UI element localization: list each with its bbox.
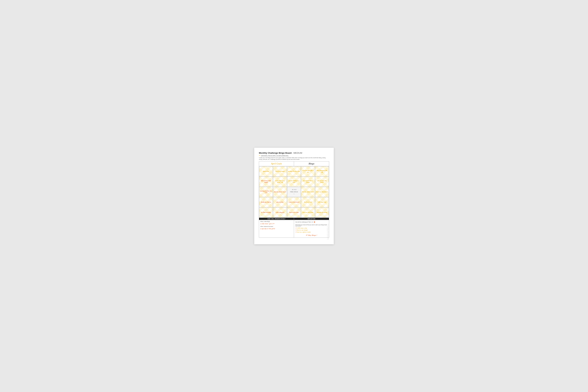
when-blackout-text: a spa day w/ the girls! bbox=[260, 228, 292, 230]
cell-10: only eat out 4x this month bbox=[315, 176, 329, 187]
instructions-text: Instructions: Print at 100%. Cut along d… bbox=[261, 155, 288, 156]
reflection-list: ✶ 5,000 steps a day ✶ Stick to my budget… bbox=[295, 227, 328, 233]
board-grid: digital detox Stick to my budget meditat… bbox=[259, 166, 329, 218]
cell-14: limit my caffeine intake bbox=[301, 187, 315, 197]
cell-11: morning stretches 4x a week bbox=[259, 187, 273, 197]
watermark: © PASSION PLANNER LLC WWW.PASSIONPLANNER… bbox=[327, 224, 329, 240]
cell-16: finally get a haircut bbox=[259, 197, 273, 207]
difficulty-text: MEDIUM bbox=[294, 152, 302, 154]
cell-1: digital detox bbox=[259, 166, 273, 176]
star-icon-3: ✶ bbox=[295, 231, 296, 233]
bingo-board: April Goals Bingo digital detox Stick to… bbox=[259, 161, 329, 218]
reward-header: HOW I WILL REWARD MYSELF bbox=[259, 218, 294, 220]
header-bingo: Bingo bbox=[294, 162, 329, 166]
cell-4: no screen time after 9 pm bbox=[301, 166, 315, 176]
cell-free: ★ ★ ★ FREE SPACE ☺ bbox=[287, 187, 301, 197]
cell-8: practice knitting 3x a week bbox=[287, 176, 301, 187]
cell-24: track my water intake bbox=[301, 207, 315, 218]
may-bingo-text: ↩ May Bingo ! bbox=[295, 234, 328, 236]
reflection-body: How did this challenge go? Rate 1-10: 8 … bbox=[294, 220, 329, 238]
cell-5: plan a hangout at the cafe bbox=[315, 166, 329, 176]
reflection-section: REFLECTION How did this challenge go? Ra… bbox=[294, 218, 329, 238]
cell-25: automate my savings bbox=[315, 207, 329, 218]
reflection-item-2: ✶ Stick to my budget bbox=[295, 229, 328, 231]
star-icon-1: ✶ bbox=[295, 228, 296, 229]
cell-12: plan my summer vacay! bbox=[273, 187, 287, 197]
when-blackout-label: When I blackout the board: bbox=[260, 226, 292, 227]
subtitle-text: Create your own Bingo board for your goa… bbox=[259, 157, 329, 160]
when-bingo-label: When I make Bingo: bbox=[260, 221, 292, 222]
reflection-item-1-text: 5,000 steps a day bbox=[297, 227, 307, 229]
cell-23: learn a new recipe bbox=[287, 207, 301, 218]
cell-2: Stick to my budget bbox=[273, 166, 287, 176]
scissors-icon: ✂ bbox=[259, 154, 260, 157]
reward-body: When I make Bingo: a silly treat / got i… bbox=[259, 220, 294, 235]
cell-9: join a book Club w/ Emma bbox=[301, 176, 315, 187]
reflection-header: REFLECTION bbox=[294, 218, 329, 220]
title-text: Monthly Challenge Bingo Board bbox=[259, 152, 292, 154]
cell-7: Send a letter to my future - self bbox=[273, 176, 287, 187]
bottom-section: HOW I WILL REWARD MYSELF When I make Bin… bbox=[259, 218, 329, 238]
reflection-item-2-text: Stick to my budget bbox=[297, 229, 308, 231]
reflection-item-3: ✶ limit my caffeine intake bbox=[295, 231, 328, 233]
instructions-row: ✂ Instructions: Print at 100%. Cut along… bbox=[259, 154, 329, 157]
cell-3: meditate 10 mins a day bbox=[287, 166, 301, 176]
bingo-board-wrapper: April Goals Bingo digital detox Stick to… bbox=[259, 161, 329, 240]
reflection-item-3-text: limit my caffeine intake bbox=[297, 231, 311, 233]
reflection-item-1: ✶ 5,000 steps a day bbox=[295, 227, 328, 229]
document-title: Monthly Challenge Bingo Board - MEDIUM bbox=[259, 152, 329, 154]
page-container: Monthly Challenge Bingo Board - MEDIUM ✂… bbox=[254, 148, 334, 244]
star-icon-2: ✶ bbox=[295, 229, 296, 231]
cell-22: write a blog post bbox=[273, 207, 287, 218]
cell-19: finish one book bbox=[301, 197, 315, 207]
rating-label: How did this challenge go? Rate 1-10: bbox=[295, 222, 314, 222]
cell-6: hike at least 2x this month bbox=[259, 176, 273, 187]
board-header: April Goals Bingo bbox=[259, 162, 329, 166]
header-april-goals: April Goals bbox=[259, 162, 294, 166]
cell-15: review my subscriptions bbox=[315, 187, 329, 197]
cell-18: create a vision board bbox=[287, 197, 301, 207]
cell-20: 5,000 steps a day bbox=[315, 197, 329, 207]
cell-17: plan rest days bbox=[273, 197, 287, 207]
cell-21: try Pomo technique bbox=[259, 207, 273, 218]
rating-number: 8 bbox=[314, 221, 315, 224]
reward-section: HOW I WILL REWARD MYSELF When I make Bin… bbox=[259, 218, 294, 238]
watermark-container: © PASSION PLANNER LLC WWW.PASSIONPLANNER… bbox=[259, 238, 329, 240]
next-month-label: What didn't you check off that you want … bbox=[295, 224, 328, 226]
when-bingo-text: a silly treat / got it ✶ bbox=[260, 223, 292, 224]
rate-row: How did this challenge go? Rate 1-10: 8 bbox=[295, 221, 328, 224]
